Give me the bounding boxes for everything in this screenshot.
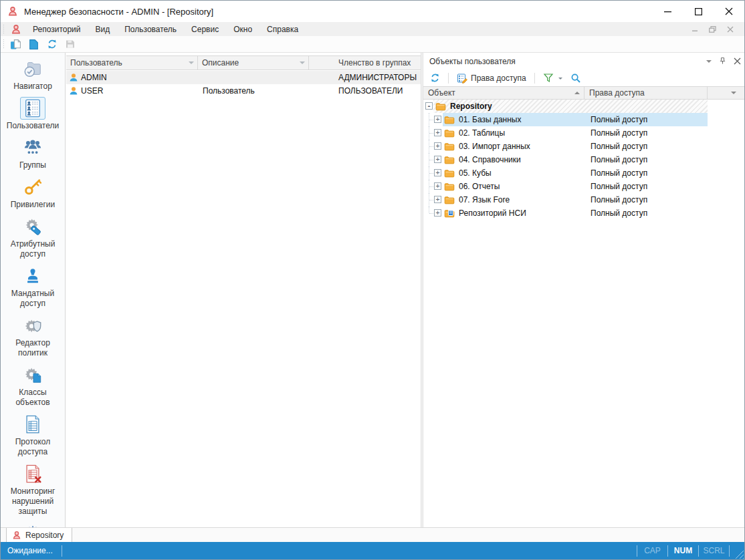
users-icon <box>23 98 43 118</box>
filter-arrow-icon[interactable] <box>300 61 305 67</box>
menu-service[interactable]: Сервис <box>184 23 226 35</box>
user-row-admin[interactable]: ADMIN АДМИНИСТРАТОРЫ <box>66 71 421 84</box>
expand-icon[interactable]: + <box>434 169 441 176</box>
menu-app-icon[interactable] <box>11 24 21 35</box>
pin-icon[interactable] <box>718 57 727 65</box>
save-button[interactable] <box>61 37 79 52</box>
objects-panel: Объекты пользователя Права до <box>423 53 745 529</box>
search-button[interactable] <box>566 72 585 85</box>
sidebar-item-policy-editor[interactable]: Редактор политик <box>2 314 64 358</box>
object-classes-icon <box>23 365 43 385</box>
panel-close-icon[interactable] <box>734 57 741 65</box>
tree-row[interactable]: + 03. Импорт данных Полный доступ <box>423 140 745 153</box>
close-button[interactable] <box>714 1 744 22</box>
expand-icon[interactable]: + <box>434 182 441 190</box>
menubar-grip[interactable] <box>2 25 5 34</box>
sidebar-item-groups[interactable]: Группы <box>2 136 64 170</box>
collapse-icon[interactable]: - <box>425 102 433 110</box>
expand-icon[interactable]: + <box>434 129 441 136</box>
sidebar-item-navigator[interactable]: Навигатор <box>2 57 64 92</box>
column-header-access[interactable]: Права доступа <box>584 87 708 99</box>
filter-button[interactable] <box>539 72 566 84</box>
status-bar: Ожидание... CAP NUM SCRL <box>1 542 744 559</box>
column-chooser-icon[interactable] <box>731 92 736 97</box>
user-row-user[interactable]: USER Пользователь ПОЛЬЗОВАТЕЛИ <box>66 84 421 98</box>
access-rights-icon <box>457 73 467 84</box>
folder-icon <box>444 141 455 152</box>
resize-grip[interactable] <box>734 549 744 559</box>
expand-icon[interactable]: + <box>434 156 441 163</box>
sidebar-item-access-log[interactable]: Протокол доступа <box>2 413 64 457</box>
folder-icon <box>444 181 455 192</box>
mdi-restore-icon[interactable] <box>709 26 716 33</box>
app-icon <box>7 6 18 17</box>
mdi-minimize-icon[interactable] <box>691 26 698 33</box>
tree-row[interactable]: + 06. Отчеты Полный доступ <box>423 180 745 193</box>
tree-row[interactable]: + 02. Таблицы Полный доступ <box>423 126 745 140</box>
num-lock-indicator: NUM <box>668 546 698 555</box>
panel-dropdown-icon[interactable] <box>706 60 712 65</box>
nsi-repository-icon <box>444 208 455 219</box>
sidebar-item-users[interactable]: Пользователи <box>2 97 64 131</box>
objects-grid-header: Объект Права доступа <box>423 86 745 100</box>
menu-help[interactable]: Справка <box>259 23 306 35</box>
menu-view[interactable]: Вид <box>88 23 118 35</box>
tree-row[interactable]: + 07. Язык Fore Полный доступ <box>423 193 745 206</box>
tree-row[interactable]: + 04. Справочники Полный доступ <box>423 153 745 166</box>
title-bar[interactable]: Менеджер безопасности - ADMIN - [Reposit… <box>1 1 744 22</box>
expand-icon[interactable]: + <box>434 116 441 123</box>
sidebar-item-mandatory-access[interactable]: Мандатный доступ <box>2 265 64 309</box>
save-icon <box>65 39 76 49</box>
refresh-icon <box>430 73 440 83</box>
tree-row[interactable]: + 01. Базы данных Полный доступ <box>423 113 745 126</box>
filter-dropdown-icon[interactable] <box>558 78 562 82</box>
minimize-icon <box>664 8 671 15</box>
menu-user[interactable]: Пользователь <box>117 23 184 35</box>
expand-icon[interactable]: + <box>434 142 441 150</box>
tab-repository[interactable]: Repository <box>6 528 72 543</box>
user-icon <box>69 73 78 82</box>
expand-icon[interactable]: + <box>434 196 441 203</box>
objects-panel-toolbar: Права доступа <box>423 69 745 86</box>
status-separator <box>62 545 62 557</box>
column-header-user[interactable]: Пользователь <box>66 56 198 69</box>
objects-tree: - Repository + 01. Базы данных Полный до… <box>423 100 745 220</box>
objects-panel-title: Объекты пользователя <box>429 57 516 66</box>
mdi-close-icon[interactable] <box>727 26 734 33</box>
tree-row-root[interactable]: - Repository <box>423 100 745 113</box>
navigator-icon <box>23 59 43 79</box>
expand-icon[interactable]: + <box>434 209 441 217</box>
toolbar-grip[interactable] <box>2 39 5 49</box>
filter-arrow-icon[interactable] <box>189 61 194 67</box>
search-icon <box>570 73 581 84</box>
sidebar-item-privileges[interactable]: Привилегии <box>2 176 64 210</box>
sidebar-item-violations-monitor[interactable]: Мониторинг нарушений защиты <box>2 462 64 517</box>
menu-window[interactable]: Окно <box>226 23 259 35</box>
menu-repository[interactable]: Репозиторий <box>25 23 88 35</box>
new-document-button[interactable] <box>25 37 43 52</box>
refresh-button[interactable] <box>43 37 61 52</box>
filter-icon <box>543 73 554 83</box>
close-icon <box>725 7 733 15</box>
column-header-description[interactable]: Описание <box>198 56 309 69</box>
sort-ascending-icon <box>574 89 580 94</box>
minimize-button[interactable] <box>652 1 683 22</box>
toolbar-separator <box>448 73 449 84</box>
policy-editor-icon <box>23 315 43 335</box>
new-object-button[interactable] <box>7 37 25 52</box>
tree-row[interactable]: + Репозиторий НСИ Полный доступ <box>423 206 745 220</box>
sidebar-item-attribute-access[interactable]: Атрибутный доступ <box>2 215 64 259</box>
key-icon <box>23 177 43 197</box>
folder-icon <box>444 194 455 205</box>
maximize-button[interactable] <box>683 1 714 22</box>
folder-icon <box>444 154 455 165</box>
violations-monitor-icon <box>23 464 43 484</box>
column-header-object[interactable]: Объект <box>423 87 584 99</box>
access-rights-button[interactable]: Права доступа <box>453 72 530 85</box>
toolbar-separator <box>534 73 535 84</box>
objects-refresh-button[interactable] <box>426 72 444 84</box>
column-header-groups[interactable]: Членство в группах <box>309 56 421 69</box>
sidebar-item-object-classes[interactable]: Классы объектов <box>2 364 64 408</box>
tree-row[interactable]: + 05. Кубы Полный доступ <box>423 166 745 180</box>
app-window: Менеджер безопасности - ADMIN - [Reposit… <box>0 0 745 560</box>
